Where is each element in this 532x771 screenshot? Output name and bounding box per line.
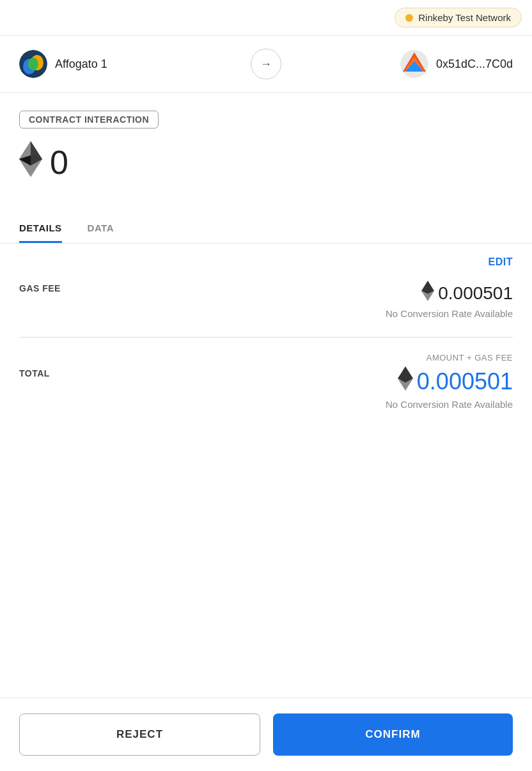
- tab-data[interactable]: DATA: [88, 215, 114, 243]
- confirm-button[interactable]: CONFIRM: [273, 713, 513, 756]
- gas-fee-row: GAS FEE 0.000501 No Conversion Rate Avai…: [19, 274, 513, 332]
- details-section: EDIT GAS FEE 0.000501 No Conversion Rate…: [0, 244, 532, 697]
- arrow-icon: →: [260, 58, 272, 71]
- gas-fee-amount: 0.000501: [386, 281, 513, 306]
- top-bar: Rinkeby Test Network: [0, 0, 532, 36]
- transfer-arrow: →: [251, 49, 281, 79]
- divider: [19, 337, 513, 338]
- total-label: TOTAL: [19, 353, 50, 378]
- gas-fee-values: 0.000501 No Conversion Rate Available: [386, 281, 513, 319]
- to-account-address: 0x51dC...7C0d: [436, 58, 513, 71]
- total-values: AMOUNT + GAS FEE 0.000501 No Conversion …: [386, 353, 513, 410]
- eth-icon-large: [19, 141, 42, 183]
- total-eth-icon: [398, 366, 413, 396]
- gas-eth-icon: [421, 281, 434, 306]
- to-avatar: [400, 50, 428, 78]
- from-account: Affogato 1: [19, 50, 238, 78]
- account-row: Affogato 1 → 0x51dC...7C0d: [0, 36, 532, 93]
- total-row: TOTAL AMOUNT + GAS FEE 0.000501 No Conve…: [19, 343, 513, 416]
- contract-badge: CONTRACT INTERACTION: [19, 111, 159, 128]
- from-account-name: Affogato 1: [55, 58, 107, 71]
- bottom-bar: REJECT CONFIRM: [0, 697, 532, 771]
- edit-link[interactable]: EDIT: [489, 256, 513, 268]
- network-status-dot: [405, 14, 413, 22]
- tabs-row: DETAILS DATA: [0, 215, 532, 244]
- amount-row: 0: [19, 141, 513, 183]
- gas-no-conversion: No Conversion Rate Available: [386, 308, 513, 319]
- from-avatar: [19, 50, 47, 78]
- contract-section: CONTRACT INTERACTION 0: [0, 93, 532, 196]
- total-amount: 0.000501: [386, 366, 513, 396]
- to-account: 0x51dC...7C0d: [294, 50, 513, 78]
- amount-gas-label: AMOUNT + GAS FEE: [386, 353, 513, 362]
- gas-fee-label: GAS FEE: [19, 281, 61, 293]
- tab-details[interactable]: DETAILS: [19, 215, 62, 243]
- network-badge: Rinkeby Test Network: [395, 8, 522, 27]
- network-label: Rinkeby Test Network: [418, 12, 511, 23]
- contract-amount: 0: [50, 143, 68, 182]
- total-no-conversion: No Conversion Rate Available: [386, 399, 513, 410]
- gas-fee-number: 0.000501: [438, 283, 513, 304]
- svg-point-3: [28, 58, 38, 70]
- total-amount-number: 0.000501: [417, 368, 513, 395]
- reject-button[interactable]: REJECT: [19, 713, 260, 756]
- edit-row: EDIT: [19, 244, 513, 274]
